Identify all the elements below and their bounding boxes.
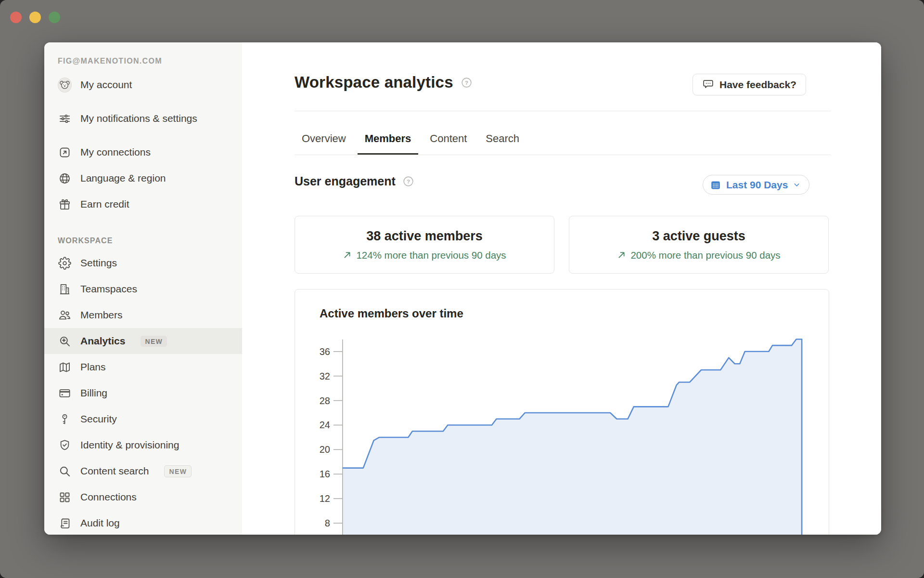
- calendar-icon: [710, 179, 721, 191]
- user-engagement-heading: User engagement: [295, 174, 396, 188]
- members-chart-svg: 812162024283236: [295, 289, 829, 535]
- map-icon: [58, 360, 71, 374]
- workspace-section-heading: WORKSPACE: [58, 236, 242, 245]
- active-members-value: 38 active members: [366, 229, 483, 244]
- svg-text:12: 12: [320, 493, 330, 504]
- analytics-main-panel: Workspace analytics ? Have feedback?: [242, 42, 881, 535]
- sidebar-item-label: My account: [80, 78, 132, 92]
- active-members-chart-card: 812162024283236 Active members over time: [295, 289, 829, 535]
- sidebar-item-label: Billing: [80, 386, 107, 400]
- sidebar-item-plans[interactable]: Plans: [44, 354, 242, 380]
- help-icon[interactable]: ?: [461, 77, 473, 89]
- tab-search[interactable]: Search: [478, 128, 526, 155]
- sidebar-item-label: Connections: [80, 490, 137, 504]
- stat-cards-row: 38 active members 124% more than previou…: [295, 216, 829, 274]
- sidebar-item-label: Analytics: [80, 334, 125, 348]
- sidebar-item-security[interactable]: Security: [44, 406, 242, 432]
- feedback-bubble-icon: [702, 79, 714, 91]
- chevron-down-icon: [793, 181, 801, 189]
- trend-up-icon: [617, 250, 626, 260]
- sidebar-item-billing[interactable]: Billing: [44, 380, 242, 406]
- sidebar-item-teamspaces[interactable]: Teamspaces: [44, 276, 242, 302]
- settings-sidebar: FIG@MAKENOTION.COM My account: [44, 42, 242, 535]
- date-range-dropdown[interactable]: Last 90 Days: [703, 175, 809, 195]
- key-icon: [58, 412, 71, 426]
- svg-text:?: ?: [407, 179, 410, 184]
- date-range-label: Last 90 Days: [726, 179, 788, 191]
- sidebar-item-label: Earn credit: [80, 197, 129, 211]
- active-members-card: 38 active members 124% more than previou…: [295, 216, 554, 274]
- active-members-delta: 124% more than previous 90 days: [356, 250, 506, 261]
- feedback-button-label: Have feedback?: [719, 79, 796, 91]
- tabs-divider: [295, 155, 831, 155]
- have-feedback-button[interactable]: Have feedback?: [693, 74, 806, 95]
- sidebar-item-members[interactable]: Members: [44, 302, 242, 328]
- sidebar-item-label: Members: [80, 308, 123, 322]
- sidebar-item-label: Settings: [80, 256, 117, 270]
- arrow-up-right-box-icon: [58, 145, 71, 159]
- minimize-button[interactable]: [29, 12, 41, 23]
- tab-members[interactable]: Members: [358, 128, 419, 155]
- sidebar-item-settings[interactable]: Settings: [44, 250, 242, 276]
- traffic-lights: [10, 12, 60, 23]
- building-icon: [58, 282, 71, 296]
- sidebar-item-label: Content search: [80, 464, 149, 478]
- credit-card-icon: [58, 386, 71, 400]
- gear-icon: [58, 256, 71, 270]
- sidebar-item-audit-log[interactable]: Audit log: [44, 510, 242, 535]
- sidebar-item-identity-provisioning[interactable]: Identity & provisioning: [44, 432, 242, 458]
- trend-up-icon: [343, 250, 352, 260]
- sidebar-item-earn-credit[interactable]: Earn credit: [44, 191, 242, 217]
- sidebar-item-analytics[interactable]: Analytics NEW: [44, 328, 242, 354]
- zoom-button[interactable]: [49, 12, 60, 23]
- magnifier-sparkle-icon: [58, 334, 71, 348]
- settings-modal: FIG@MAKENOTION.COM My account: [44, 42, 881, 535]
- active-guests-delta: 200% more than previous 90 days: [630, 250, 780, 261]
- sidebar-item-language-region[interactable]: Language & region: [44, 165, 242, 191]
- svg-text:24: 24: [320, 420, 330, 430]
- magnifier-icon: [58, 464, 71, 478]
- close-button[interactable]: [10, 12, 22, 23]
- tab-overview[interactable]: Overview: [295, 128, 353, 155]
- active-guests-card: 3 active guests 200% more than previous …: [569, 216, 829, 274]
- sidebar-item-content-search[interactable]: Content search NEW: [44, 458, 242, 484]
- gift-icon: [58, 197, 71, 211]
- help-icon[interactable]: ?: [402, 175, 414, 187]
- analytics-tabs: Overview Members Content Search: [295, 128, 526, 155]
- new-badge: NEW: [141, 336, 167, 347]
- svg-text:16: 16: [320, 469, 330, 479]
- avatar: [58, 78, 71, 92]
- scroll-icon: [58, 516, 71, 530]
- svg-text:?: ?: [465, 79, 468, 85]
- svg-text:28: 28: [320, 395, 330, 406]
- sidebar-item-label: Teamspaces: [80, 282, 137, 296]
- sidebar-item-label: Security: [80, 412, 117, 426]
- sliders-icon: [58, 112, 71, 125]
- globe-icon: [58, 171, 71, 185]
- svg-text:36: 36: [320, 346, 330, 357]
- sidebar-item-label: Language & region: [80, 171, 166, 185]
- sidebar-item-connections[interactable]: Connections: [44, 484, 242, 510]
- sidebar-item-my-notifications[interactable]: My notifications & settings: [44, 98, 242, 139]
- sidebar-item-label: My notifications & settings: [80, 112, 197, 125]
- shield-check-icon: [58, 438, 71, 452]
- tab-content[interactable]: Content: [423, 128, 474, 155]
- sidebar-item-label: Plans: [80, 360, 106, 374]
- header-divider: [295, 111, 831, 111]
- svg-text:8: 8: [325, 518, 330, 528]
- sidebar-item-label: My connections: [80, 145, 151, 159]
- page-title: Workspace analytics: [295, 73, 453, 92]
- chart-title: Active members over time: [320, 307, 463, 320]
- sidebar-item-my-connections[interactable]: My connections: [44, 139, 242, 165]
- svg-text:20: 20: [320, 444, 330, 455]
- sidebar-item-label: Identity & provisioning: [80, 438, 179, 452]
- app-backdrop: FIG@MAKENOTION.COM My account: [0, 0, 924, 578]
- account-email: FIG@MAKENOTION.COM: [58, 57, 242, 66]
- grid-squares-icon: [58, 490, 71, 504]
- sidebar-item-my-account[interactable]: My account: [44, 72, 242, 98]
- active-guests-value: 3 active guests: [652, 229, 745, 244]
- svg-text:32: 32: [320, 371, 330, 381]
- new-badge: NEW: [164, 465, 192, 477]
- sidebar-item-label: Audit log: [80, 516, 120, 530]
- people-icon: [58, 308, 71, 322]
